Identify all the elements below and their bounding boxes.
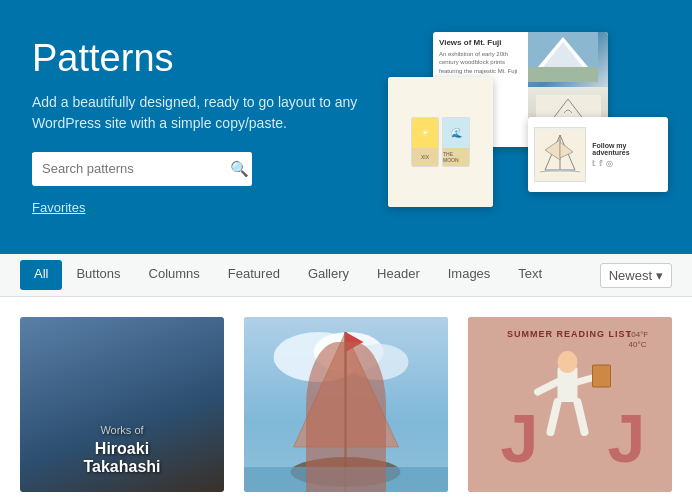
svg-text:40°C: 40°C	[629, 340, 647, 349]
mountain-image	[528, 32, 598, 82]
tab-images[interactable]: Images	[434, 254, 505, 296]
tab-gallery[interactable]: Gallery	[294, 254, 363, 296]
pattern-card-1[interactable]: Works of HiroakiTakahashi Two offset ima…	[20, 317, 224, 500]
hero-description: Add a beautifully designed, ready to go …	[32, 92, 372, 134]
tarot-card-1: ☀ XIX	[411, 117, 439, 167]
collage-card1-title: Views of Mt. Fuji	[439, 38, 522, 47]
filter-bar: All Buttons Columns Featured Gallery Hea…	[0, 254, 692, 297]
pattern-image-3: SUMMER READING LIST 104°F 40°C J J	[468, 317, 672, 492]
facebook-icon: 𝕗	[599, 159, 603, 168]
search-input[interactable]	[32, 153, 220, 184]
pattern-image-2	[244, 317, 448, 492]
svg-text:SUMMER READING LIST: SUMMER READING LIST	[507, 329, 632, 339]
ship-svg	[535, 130, 585, 180]
tarot-row: ☀ XIX 🌊 THE MOON	[411, 117, 470, 167]
tab-buttons[interactable]: Buttons	[62, 254, 134, 296]
hero-left: Patterns Add a beautifully designed, rea…	[32, 38, 372, 216]
twitter-icon: 𝕥	[592, 159, 596, 168]
pattern-card-3[interactable]: SUMMER READING LIST 104°F 40°C J J Image…	[468, 317, 672, 500]
svg-point-19	[291, 457, 401, 487]
svg-text:J: J	[501, 400, 539, 476]
svg-point-27	[558, 351, 578, 373]
search-bar[interactable]: 🔍	[32, 152, 252, 186]
chevron-down-icon: ▾	[656, 268, 663, 283]
tab-all[interactable]: All	[20, 260, 62, 290]
instagram-icon: ◎	[606, 159, 613, 168]
hero-section: Patterns Add a beautifully designed, rea…	[0, 0, 692, 254]
tab-header[interactable]: Header	[363, 254, 434, 296]
favorites-link[interactable]: Favorites	[32, 200, 85, 215]
svg-rect-20	[244, 467, 448, 492]
collage-card-3: ☀ XIX 🌊 THE MOON	[388, 77, 493, 207]
pattern-card-2[interactable]: Large background image with title and de…	[244, 317, 448, 500]
ship-image	[534, 127, 586, 182]
tab-text[interactable]: Text	[504, 254, 556, 296]
collage-card-2: Follow my adventures 𝕥 𝕗 ◎	[528, 117, 668, 192]
svg-text:104°F: 104°F	[627, 330, 649, 339]
filter-tabs: All Buttons Columns Featured Gallery Hea…	[20, 254, 556, 296]
svg-text:J: J	[608, 400, 646, 476]
sort-label: Newest	[609, 268, 652, 283]
search-button[interactable]: 🔍	[220, 152, 252, 186]
svg-rect-30	[593, 365, 611, 387]
tab-featured[interactable]: Featured	[214, 254, 294, 296]
pattern-thumb-2	[244, 317, 448, 492]
social-icons: 𝕥 𝕗 ◎	[592, 159, 662, 168]
tarot-card-2: 🌊 THE MOON	[442, 117, 470, 167]
tab-columns[interactable]: Columns	[135, 254, 214, 296]
page-title: Patterns	[32, 38, 372, 80]
svg-rect-13	[244, 317, 448, 492]
follow-label: Follow my adventures	[592, 142, 662, 156]
hero-collage: Views of Mt. Fuji An exhibition of early…	[388, 32, 668, 222]
sort-dropdown[interactable]: Newest ▾	[600, 263, 672, 288]
pattern-thumb-1: Works of HiroakiTakahashi	[20, 317, 224, 492]
svg-point-16	[349, 344, 409, 380]
pattern-thumb-3: SUMMER READING LIST 104°F 40°C J J	[468, 317, 672, 492]
patterns-grid: Works of HiroakiTakahashi Two offset ima…	[0, 297, 692, 500]
svg-rect-3	[528, 67, 598, 82]
